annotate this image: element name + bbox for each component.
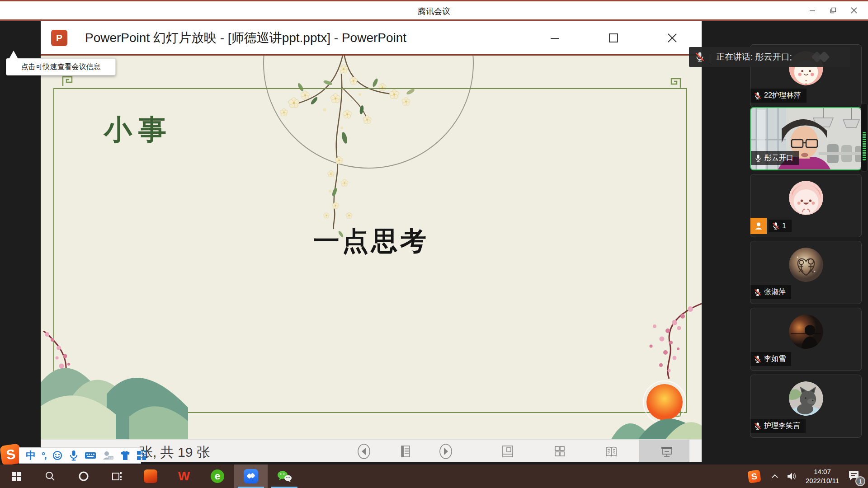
- meeting-window-title: 腾讯会议: [0, 6, 868, 17]
- sogou-account-button[interactable]: 10: [102, 450, 114, 460]
- slideshow-menu-button[interactable]: [396, 442, 415, 461]
- tray-expand-button[interactable]: [770, 473, 779, 480]
- ppt-maximize-button[interactable]: [598, 24, 629, 52]
- person-icon: 10: [102, 450, 114, 460]
- slide-sorter-view-button[interactable]: [550, 442, 570, 461]
- slide-mountains-left-decoration: [41, 331, 188, 439]
- close-icon: [667, 33, 678, 43]
- mic-on-icon: [754, 154, 762, 162]
- member-role-badge: [750, 218, 767, 234]
- wechat-app-button[interactable]: [268, 465, 301, 488]
- mic-muted-icon: [694, 52, 705, 62]
- ppt-close-button[interactable]: [656, 24, 688, 52]
- close-button[interactable]: [844, 1, 864, 19]
- audio-level-meter: [861, 103, 868, 172]
- participant-tile[interactable]: 护理李笑言: [750, 375, 862, 438]
- participant-name: 彤云开口: [764, 153, 793, 163]
- participant-name: 李如雪: [764, 354, 786, 364]
- search-button[interactable]: [33, 465, 67, 488]
- normal-view-button[interactable]: [498, 442, 518, 461]
- speaking-banner: 正在讲话: 彤云开口;: [689, 47, 850, 67]
- window-accent-line: [0, 19, 868, 21]
- restore-button[interactable]: [823, 1, 844, 19]
- powerpoint-window-title: PowerPoint 幻灯片放映 - [师德巡讲ppt.pptx] - Powe…: [85, 29, 406, 47]
- slideshow-view-button[interactable]: [657, 442, 677, 461]
- close-icon: [851, 7, 857, 14]
- keyboard-icon: [85, 451, 96, 460]
- mic-muted-icon: [754, 92, 762, 100]
- avatar: [789, 381, 823, 416]
- microphone-icon: [69, 450, 79, 461]
- sogou-toolbar-bar: 中 °, 10: [19, 447, 141, 464]
- previous-slide-button[interactable]: [354, 442, 374, 461]
- powerpoint-icon: P: [51, 30, 67, 46]
- search-icon: [45, 471, 56, 482]
- notification-count-badge: 1: [855, 476, 865, 486]
- notes-menu-icon: [396, 442, 415, 460]
- tencent-meeting-icon: [244, 469, 258, 483]
- participant-tile-speaking[interactable]: 彤云开口: [750, 107, 862, 170]
- frame-corner-ornament: [670, 77, 682, 89]
- minimize-icon: [550, 33, 560, 43]
- slide-title-text: 一点思考: [41, 224, 702, 259]
- sogou-chinese-mode-button[interactable]: 中: [26, 449, 36, 462]
- tshirt-icon: [120, 450, 131, 460]
- office-app-button[interactable]: [134, 465, 167, 488]
- system-tray: S 14:07 2022/10/11 1: [748, 465, 868, 488]
- mic-muted-icon: [754, 422, 762, 430]
- wechat-icon: [277, 470, 292, 483]
- avatar: [789, 248, 823, 282]
- volume-button[interactable]: [787, 472, 797, 481]
- sogou-voice-button[interactable]: [69, 450, 79, 461]
- meeting-info-tooltip: 点击可快速查看会议信息: [6, 58, 116, 75]
- ppt-minimize-button[interactable]: [539, 24, 571, 52]
- next-slide-button[interactable]: [436, 442, 456, 461]
- minimize-button[interactable]: [802, 1, 823, 19]
- cortana-ring-icon: [78, 470, 90, 482]
- browser-icon: e: [211, 469, 224, 483]
- reading-view-button[interactable]: [602, 442, 622, 461]
- tooltip-text: 点击可快速查看会议信息: [21, 62, 101, 72]
- sogou-skin-button[interactable]: [120, 450, 131, 460]
- participant-name-badge: 彤云开口: [751, 151, 799, 165]
- office-icon: [144, 469, 157, 483]
- smiley-icon: [52, 450, 63, 461]
- tencent-meeting-app-button[interactable]: [234, 465, 268, 488]
- previous-slide-icon: [355, 442, 373, 460]
- restore-icon: [830, 7, 836, 14]
- wps-app-button[interactable]: W: [167, 465, 201, 488]
- participant-tile[interactable]: 李如雪: [750, 308, 862, 371]
- powerpoint-window: P PowerPoint 幻灯片放映 - [师德巡讲ppt.pptx] - Po…: [41, 21, 702, 462]
- action-center-button[interactable]: 1: [847, 470, 860, 483]
- task-view-button[interactable]: [100, 465, 134, 488]
- sogou-tray-icon[interactable]: S: [747, 469, 761, 483]
- browser-app-button[interactable]: e: [201, 465, 234, 488]
- cortana-button[interactable]: [67, 465, 100, 488]
- frame-corner-ornament: [61, 75, 73, 87]
- slide-counter: 张, 共 19 张: [139, 443, 210, 462]
- slide-canvas[interactable]: 小事 一点思考: [41, 56, 702, 439]
- taskbar-clock[interactable]: 14:07 2022/10/11: [806, 467, 839, 486]
- participant-name-badge: 护理李笑言: [750, 419, 806, 433]
- banner-divider: [710, 51, 710, 63]
- start-button[interactable]: [0, 465, 33, 488]
- meeting-watermark-icon: [808, 50, 837, 64]
- mic-muted-icon: [754, 288, 762, 296]
- speaking-banner-text: 正在讲话: 彤云开口;: [716, 51, 792, 63]
- slide-sorter-icon: [551, 442, 569, 460]
- mic-muted-icon: [754, 355, 762, 363]
- meeting-titlebar: 腾讯会议: [0, 0, 868, 19]
- participant-tile[interactable]: 1: [750, 174, 862, 237]
- wps-icon: W: [178, 469, 190, 483]
- windows-logo-icon: [12, 471, 22, 481]
- sogou-toolbox-button[interactable]: [137, 450, 146, 460]
- participant-name-badge: 李如雪: [750, 352, 791, 366]
- sogou-keyboard-button[interactable]: [85, 451, 96, 460]
- mic-muted-icon: [772, 222, 780, 230]
- sogou-emoji-button[interactable]: [52, 450, 63, 461]
- sogou-punctuation-button[interactable]: °,: [42, 450, 46, 461]
- clock-time: 14:07: [806, 467, 839, 476]
- clock-date: 2022/10/11: [806, 476, 839, 485]
- avatar: [789, 181, 823, 215]
- participant-tile[interactable]: 张淑萍: [750, 241, 862, 304]
